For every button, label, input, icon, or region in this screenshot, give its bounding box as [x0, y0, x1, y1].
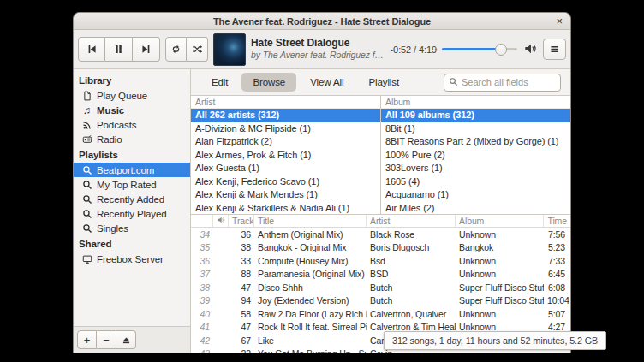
row-number: 41: [191, 322, 213, 332]
browser-row[interactable]: All 109 albums (312): [381, 109, 570, 122]
track-artist: Bsd: [367, 256, 456, 266]
time-column-header[interactable]: Time: [544, 215, 570, 227]
eject-button[interactable]: [116, 330, 136, 349]
sidebar-item-freebox-server[interactable]: Freebox Server: [74, 252, 190, 266]
row-number-column-header: [191, 215, 213, 227]
title-column-header[interactable]: Title: [254, 215, 367, 227]
rss-icon: [81, 119, 92, 130]
browser-row[interactable]: All 262 artists (312): [191, 109, 380, 122]
browser-row[interactable]: Alex Kenji, Federico Scavo (1): [191, 175, 380, 189]
artist-rows: All 262 artists (312)A-Divizion & MC Fli…: [191, 109, 380, 214]
now-playing-subtitle: by The Avener feat. Rodriguez fro…: [251, 50, 385, 62]
sidebar-item-label: Beatport.com: [97, 165, 154, 175]
library-status-tooltip: 312 songs, 1 day, 11 hours and 52 minute…: [384, 331, 606, 350]
tab-playlist[interactable]: Playlist: [357, 73, 410, 92]
artist-column-header[interactable]: Artist: [191, 96, 380, 109]
pause-button[interactable]: [105, 37, 133, 62]
track-album: Bangkok: [456, 242, 544, 252]
menu-button[interactable]: [543, 39, 566, 60]
track-album: Unknown: [456, 269, 544, 279]
artist-column-header[interactable]: Artist: [367, 215, 456, 227]
sidebar-item-my-top-rated[interactable]: My Top Rated: [74, 177, 190, 192]
row-number: 34: [191, 229, 213, 240]
browser-row[interactable]: Alex Armes, Prok & Fitch (1): [191, 149, 380, 163]
browser-row[interactable]: 8BIT Reasons Part 2 (Mixed by Gorge) (1): [381, 135, 570, 149]
sidebar-item-radio[interactable]: Radio: [74, 132, 190, 146]
track-row[interactable]: 3788Paramanesia (Original Mix)BSDUnknown…: [191, 268, 570, 282]
row-number: 38: [191, 282, 213, 293]
repeat-button[interactable]: [165, 37, 187, 62]
track-number: 47: [229, 282, 254, 293]
close-button[interactable]: ×: [557, 13, 564, 29]
track-row[interactable]: 3847Disco ShhhButchSuper Fluff Disco Stu…: [191, 281, 570, 294]
artist-pane: Artist All 262 artists (312)A-Divizion &…: [191, 96, 380, 214]
track-album: Unknown: [456, 309, 544, 319]
sidebar: LibraryPlay Queue♫MusicPodcastsRadioPlay…: [74, 69, 191, 353]
track-row[interactable]: 4058Raw 2 Da Floor (Lazy Rich Re…Calvert…: [191, 307, 570, 321]
browser-row[interactable]: 303Lovers (1): [381, 162, 570, 175]
sidebar-item-podcasts[interactable]: Podcasts: [74, 117, 190, 132]
track-row[interactable]: 3436Anthem (Original Mix)Black RoseUnkno…: [191, 228, 570, 241]
seek-handle[interactable]: [495, 44, 507, 56]
shuffle-icon: [192, 44, 203, 55]
app-window: The Avener feat. Rodriguez - Hate Street…: [73, 12, 571, 353]
track-album: Super Fluff Disco Stuff: [456, 295, 544, 306]
browser-row[interactable]: 100% Pure (2): [381, 149, 570, 163]
browser-row[interactable]: Alex Guesta (1): [191, 162, 380, 175]
sidebar-item-label: Play Queue: [97, 91, 147, 101]
browser-row[interactable]: 8Bit (1): [381, 122, 570, 136]
sidebar-item-beatport-com[interactable]: Beatport.com: [74, 163, 190, 177]
sidebar-item-music[interactable]: ♫Music: [74, 103, 190, 117]
track-time: 10:04: [544, 295, 570, 306]
sidebar-item-label: Recently Added: [97, 194, 164, 205]
track-title: You Got Me Burning Up - Sup…: [254, 348, 367, 353]
search-input[interactable]: [462, 77, 556, 87]
seek-slider[interactable]: [442, 43, 517, 56]
track-time: 5:23: [544, 242, 570, 252]
browser-row[interactable]: Acquanamo (1): [381, 188, 570, 202]
tab-edit[interactable]: Edit: [200, 73, 239, 92]
album-column-header[interactable]: Album: [456, 215, 544, 227]
main-area: LibraryPlay Queue♫MusicPodcastsRadioPlay…: [74, 69, 570, 353]
next-button[interactable]: [133, 37, 160, 62]
track-column-header[interactable]: Track: [229, 215, 254, 227]
remove-button[interactable]: −: [97, 330, 116, 349]
sidebar-item-play-queue[interactable]: Play Queue: [74, 88, 190, 103]
skip-back-icon: [86, 44, 98, 55]
track-row[interactable]: 3633Compute (Housey Mix)BsdUnknown7:33: [191, 254, 570, 268]
volume-button[interactable]: [522, 42, 538, 57]
track-title: Bangkok - Original Mix: [254, 242, 367, 252]
album-column-header[interactable]: Album: [381, 96, 570, 109]
track-time: 5:07: [544, 309, 570, 319]
browser-row[interactable]: Alex Kenji & Mark Mendes (1): [191, 188, 380, 202]
track-time: 6:08: [544, 282, 570, 293]
playing-column-header[interactable]: [213, 215, 229, 227]
track-row[interactable]: 3994Joy (Extended Version)ButchSuper Flu…: [191, 294, 570, 308]
browser-row[interactable]: Air Miles (2): [381, 202, 570, 215]
row-number: 43: [191, 348, 213, 353]
previous-button[interactable]: [78, 37, 105, 62]
track-row[interactable]: 3538Bangkok - Original MixBoris Dlugosch…: [191, 241, 570, 255]
sidebar-item-recently-played[interactable]: Recently Played: [74, 206, 190, 221]
shuffle-button[interactable]: [187, 37, 208, 62]
sidebar-item-label: My Top Rated: [97, 180, 157, 190]
tab-view-all[interactable]: View All: [299, 73, 355, 92]
add-button[interactable]: +: [77, 330, 97, 349]
sidebar-item-recently-added[interactable]: Recently Added: [74, 192, 190, 206]
browser-row[interactable]: 1605 (4): [381, 175, 570, 189]
mode-buttons: [165, 37, 208, 62]
pause-icon: [113, 44, 124, 55]
sidebar-item-label: Music: [97, 105, 124, 116]
track-artist: Boris Dlugosch: [367, 242, 456, 252]
search-icon: [81, 208, 92, 219]
track-time: 6:45: [544, 269, 570, 279]
search-icon: [449, 74, 458, 90]
browser-row[interactable]: Alex Kenji & Starkillers & Nadia Ali (1): [191, 202, 380, 215]
browser-row[interactable]: A-Divizion & MC Flipside (1): [191, 122, 380, 136]
tab-browse[interactable]: Browse: [242, 73, 296, 92]
search-box[interactable]: [444, 74, 561, 92]
progress-fill: [442, 48, 501, 50]
browser-row[interactable]: Alan Fitzpatrick (2): [191, 135, 380, 149]
sidebar-item-singles[interactable]: Singles: [74, 221, 190, 235]
transport-buttons: [78, 37, 160, 62]
